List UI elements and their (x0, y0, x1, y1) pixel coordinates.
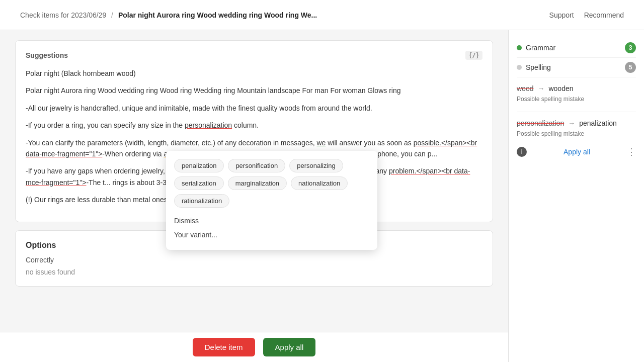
possible-mistake-1: Possible spelling mistake (517, 96, 636, 103)
code-icon[interactable]: {/} (465, 51, 482, 60)
spelling-category[interactable]: Spelling 5 (517, 58, 636, 77)
suggestion-p4: -If you order a ring, you can specify an… (26, 120, 482, 131)
breadcrumb: Check items for 2023/06/29 / Polar night… (20, 11, 317, 19)
chip-personification[interactable]: personification (228, 159, 285, 172)
chip-serialization[interactable]: serialization (174, 176, 224, 190)
spelling-label: Spelling (526, 63, 551, 71)
options-correctly: Correctly (26, 256, 482, 264)
recommend-link[interactable]: Recommend (584, 11, 624, 19)
options-no-issues: no issues found (26, 268, 482, 276)
suggestions-title: Suggestions (26, 51, 68, 59)
possible-mistake-2: Possible spelling mistake (517, 130, 636, 137)
dismiss-action[interactable]: Dismiss (174, 214, 369, 228)
apply-all-row: i Apply all ⋮ (517, 142, 636, 157)
page-header: Check items for 2023/06/29 / Polar night… (0, 0, 644, 30)
arrow-icon-2: → (568, 119, 575, 127)
breadcrumb-title: Polar night Aurora ring Wood wedding rin… (118, 11, 317, 19)
spelling-count: 5 (625, 62, 636, 73)
spelling-item-personalization: personalization → penalization (517, 119, 636, 127)
grammar-count: 3 (625, 42, 636, 53)
chip-personalizing[interactable]: personalizing (289, 159, 343, 172)
right-panel: Grammar 3 Spelling 5 wood → wooden Possi… (508, 30, 644, 362)
spelling-dropdown-popup: penalization personification personalizi… (166, 151, 377, 250)
support-link[interactable]: Support (549, 11, 574, 19)
breadcrumb-separator: / (111, 11, 113, 19)
apply-all-right-panel-button[interactable]: Apply all (564, 148, 590, 156)
correct-word-wooden: wooden (548, 84, 573, 93)
chip-rationalization[interactable]: rationalization (174, 194, 229, 208)
grammar-label: Grammar (526, 44, 555, 52)
delete-item-button[interactable]: Delete item (193, 338, 255, 356)
correct-word-penalization: penalization (579, 119, 617, 127)
chip-penalization[interactable]: penalization (174, 159, 224, 172)
spelling-dot (517, 65, 522, 70)
personalization-underline: personalization (185, 121, 232, 129)
suggestion-p2: Polar night Aurora ring Wood wedding rin… (26, 85, 482, 96)
wrong-word-wood: wood (517, 84, 533, 93)
your-variant-action[interactable]: Your variant... (174, 228, 369, 242)
suggestion-p3: -All our jewelry is handcrafted, unique … (26, 103, 482, 114)
apply-all-button[interactable]: Apply all (263, 338, 316, 356)
grammar-dot (517, 45, 522, 50)
arrow-icon-1: → (537, 84, 544, 93)
grammar-category[interactable]: Grammar 3 (517, 38, 636, 58)
chip-marginalization[interactable]: marginalization (228, 176, 287, 190)
more-icon[interactable]: ⋮ (627, 146, 636, 157)
suggestion-p1: Polar night (Black hornbeam wood) (26, 68, 482, 79)
chip-nationalization[interactable]: nationalization (291, 176, 348, 190)
suggestions-header: Suggestions {/} (26, 51, 482, 60)
wrong-word-personalization: personalization (517, 119, 564, 127)
breadcrumb-prefix: Check items for 2023/06/29 (20, 11, 106, 19)
we-underline: we (316, 139, 326, 147)
bottom-bar: Delete item Apply all (0, 332, 508, 362)
header-actions: Support Recommend (549, 11, 624, 19)
info-icon[interactable]: i (517, 147, 527, 157)
chips-container: penalization personification personalizi… (174, 159, 369, 208)
spelling-item-wood: wood → wooden Possible spelling mistake (517, 84, 636, 112)
